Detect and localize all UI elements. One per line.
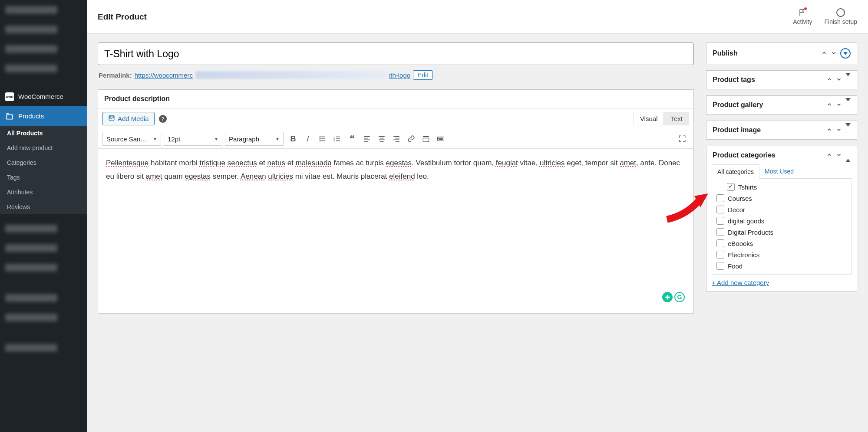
category-item[interactable]: Digital Products xyxy=(716,226,847,238)
category-list: TshirtsCoursesDecordigital goodsDigital … xyxy=(712,179,851,275)
submenu-categories[interactable]: Categories xyxy=(0,155,87,170)
permalink-prefix[interactable]: https://woocommerc xyxy=(135,72,193,79)
tab-visual[interactable]: Visual xyxy=(634,112,664,125)
submenu-all-products[interactable]: All Products xyxy=(0,126,87,141)
submenu-add-product[interactable]: Add new product xyxy=(0,141,87,155)
product-tags-panel: Product tags xyxy=(706,70,857,89)
chevron-down-icon[interactable] xyxy=(836,76,842,84)
triangle-toggle-icon[interactable] xyxy=(845,76,851,83)
insert-icon[interactable] xyxy=(419,132,433,146)
link-icon[interactable] xyxy=(404,132,418,146)
italic-icon[interactable]: I xyxy=(301,132,315,146)
font-size-select[interactable]: 12pt▼ xyxy=(164,132,222,146)
svg-rect-17 xyxy=(379,136,385,137)
align-center-icon[interactable] xyxy=(375,132,389,146)
help-icon[interactable]: ? xyxy=(159,115,167,123)
submenu-reviews[interactable]: Reviews xyxy=(0,200,87,214)
submenu-tags[interactable]: Tags xyxy=(0,170,87,185)
category-checkbox[interactable] xyxy=(727,183,735,191)
svg-rect-19 xyxy=(379,140,385,141)
chevron-up-icon[interactable] xyxy=(826,152,832,159)
svg-rect-15 xyxy=(364,140,370,141)
category-item[interactable]: digital goods xyxy=(716,215,847,226)
svg-rect-28 xyxy=(439,138,439,139)
chevron-down-icon[interactable] xyxy=(831,50,837,57)
tab-all-categories[interactable]: All categories xyxy=(712,164,759,179)
category-checkbox[interactable] xyxy=(716,228,724,236)
chevron-up-icon[interactable] xyxy=(821,50,827,57)
svg-rect-25 xyxy=(423,136,429,137)
activity-button[interactable]: Activity xyxy=(793,8,812,25)
sidebar-blur-item xyxy=(0,308,87,327)
publish-panel: Publish xyxy=(706,43,857,64)
add-media-button[interactable]: Add Media xyxy=(102,112,155,125)
category-label: Electronics xyxy=(728,251,759,259)
category-checkbox[interactable] xyxy=(716,251,724,259)
category-label: digital goods xyxy=(728,217,764,225)
finish-setup-button[interactable]: Finish setup xyxy=(825,8,857,25)
sidebar-blur-item xyxy=(0,59,87,78)
chevron-down-icon[interactable] xyxy=(836,101,842,109)
grammarly-icon[interactable]: G xyxy=(674,292,685,302)
helper-icon[interactable]: ✚ xyxy=(662,292,673,302)
category-label: Courses xyxy=(728,195,752,202)
block-format-select[interactable]: Paragraph▼ xyxy=(225,132,284,146)
category-label: eBoooks xyxy=(728,240,753,247)
number-list-icon[interactable]: 123 xyxy=(330,132,344,146)
category-item[interactable]: Courses xyxy=(716,193,847,204)
add-new-category-link[interactable]: + Add new category xyxy=(712,275,769,286)
align-left-icon[interactable] xyxy=(360,132,374,146)
bold-icon[interactable]: B xyxy=(286,132,300,146)
add-media-label: Add Media xyxy=(118,115,149,122)
fullscreen-icon[interactable] xyxy=(675,132,689,146)
svg-rect-4 xyxy=(321,137,325,137)
editor-body[interactable]: Pellentesque habitant morbi tristique se… xyxy=(98,149,693,313)
tab-most-used[interactable]: Most Used xyxy=(759,164,799,179)
svg-rect-11 xyxy=(336,138,340,139)
products-icon xyxy=(5,112,14,121)
svg-rect-26 xyxy=(423,138,429,142)
category-checkbox[interactable] xyxy=(716,262,724,270)
category-item[interactable]: eBoooks xyxy=(716,238,847,249)
svg-rect-29 xyxy=(440,138,441,139)
permalink-edit-button[interactable]: Edit xyxy=(413,70,433,80)
sidebar-blur-item xyxy=(0,238,87,258)
chevron-down-icon[interactable] xyxy=(836,127,842,134)
category-checkbox[interactable] xyxy=(716,206,724,213)
category-item[interactable]: Electronics xyxy=(716,249,847,260)
sidebar-blur-item xyxy=(0,0,87,20)
sidebar-blur-item xyxy=(0,338,87,357)
category-item[interactable]: Decor xyxy=(716,204,847,215)
category-checkbox[interactable] xyxy=(716,239,724,247)
keyboard-icon[interactable] xyxy=(434,132,448,146)
svg-rect-27 xyxy=(438,137,444,141)
admin-sidebar: woo WooCommerce Products All Products Ad… xyxy=(0,0,87,432)
quote-icon[interactable]: ❝ xyxy=(345,132,359,146)
sidebar-item-woocommerce[interactable]: woo WooCommerce xyxy=(0,87,87,106)
sidebar-blur-item xyxy=(0,258,87,277)
chevron-up-icon[interactable] xyxy=(826,76,832,84)
chevron-up-icon[interactable] xyxy=(826,101,832,109)
align-right-icon[interactable] xyxy=(389,132,403,146)
sidebar-label: Products xyxy=(18,112,44,120)
bullet-list-icon[interactable] xyxy=(316,132,330,146)
category-item[interactable]: Food xyxy=(716,260,847,272)
chevron-up-icon[interactable] xyxy=(826,127,832,134)
category-checkbox[interactable] xyxy=(716,217,724,225)
category-checkbox[interactable] xyxy=(716,194,724,202)
font-family-select[interactable]: Source San…▼ xyxy=(102,132,161,146)
category-item[interactable]: Tshirts xyxy=(716,181,847,193)
triangle-toggle-icon[interactable] xyxy=(845,127,851,134)
circle-icon xyxy=(836,8,845,17)
permalink-suffix[interactable]: ith-logo xyxy=(389,72,410,79)
sidebar-label: WooCommerce xyxy=(18,93,63,100)
submenu-attributes[interactable]: Attributes xyxy=(0,185,87,200)
tab-text[interactable]: Text xyxy=(664,112,689,125)
triangle-toggle-icon[interactable] xyxy=(845,152,851,159)
product-title-input[interactable] xyxy=(98,43,694,65)
chevron-down-icon[interactable] xyxy=(836,152,842,159)
svg-rect-24 xyxy=(396,141,399,142)
triangle-toggle-icon[interactable] xyxy=(845,101,851,108)
sidebar-item-products[interactable]: Products xyxy=(0,106,87,126)
panel-toggle-icon[interactable] xyxy=(840,48,851,59)
